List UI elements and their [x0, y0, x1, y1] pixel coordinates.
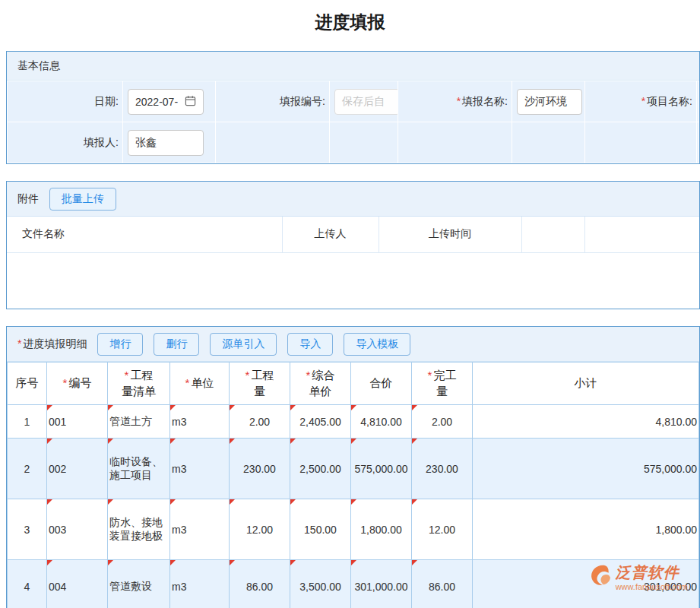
basic-info-panel: 基本信息 日期: 2022-07- 填报编号: 保存后自 [6, 51, 700, 164]
cell-completed[interactable]: 230.00 [412, 439, 473, 499]
cell-completed[interactable]: 86.00 [412, 560, 473, 608]
col-unit-price: *综合单价 [290, 363, 351, 405]
calendar-icon[interactable] [185, 95, 196, 109]
filler-value: 张鑫 [135, 136, 157, 150]
required-marker: * [185, 376, 190, 389]
attach-col-extra-2 [584, 217, 699, 252]
basic-info-form: 日期: 2022-07- 填报编号: 保存后自 *填报名称: [7, 81, 699, 163]
source-import-button[interactable]: 源单引入 [210, 333, 277, 356]
cell-unit[interactable]: m3 [170, 405, 230, 439]
filler-label: 填报人: [84, 136, 119, 148]
cell-seq: 4 [8, 560, 47, 608]
col-completed-label: 完工量 [433, 369, 456, 397]
attachments-title: 附件 [17, 192, 39, 206]
cell-subtotal: 4,810.00 [473, 405, 699, 439]
cell-completed[interactable]: 2.00 [412, 405, 473, 439]
cell-item[interactable]: 临时设备、施工项目 [108, 439, 170, 499]
required-marker: * [457, 95, 461, 107]
basic-info-section-header: 基本信息 [7, 52, 699, 81]
cell-subtotal: 575,000.00 [473, 439, 699, 499]
cell-seq: 3 [8, 499, 47, 560]
cell-completed[interactable]: 12.00 [412, 499, 473, 560]
cell-unit-price[interactable]: 3,500.00 [290, 560, 351, 608]
col-item: *工程量清单 [108, 363, 170, 405]
cell-seq: 2 [8, 439, 47, 499]
table-row: 1 001 管道土方 m3 2.00 2,405.00 4,810.00 2.0… [8, 405, 699, 439]
col-subtotal-label: 小计 [575, 376, 597, 389]
cell-quantity[interactable]: 86.00 [230, 560, 290, 608]
col-code-label: 编号 [68, 376, 91, 389]
filler-input[interactable]: 张鑫 [128, 130, 204, 156]
cell-seq: 1 [8, 405, 47, 439]
batch-upload-button[interactable]: 批量上传 [49, 188, 116, 211]
attach-col-uploader: 上传人 [282, 217, 379, 252]
report-no-label: 填报编号: [280, 95, 325, 107]
col-total-price-label: 合价 [370, 376, 393, 389]
col-unit-price-label: 综合单价 [309, 369, 335, 397]
required-marker: * [641, 95, 645, 107]
cell-total-price: 4,810.00 [351, 405, 412, 439]
date-value: 2022-07- [135, 96, 178, 108]
delete-row-button[interactable]: 删行 [154, 333, 199, 356]
cell-unit-price[interactable]: 2,405.00 [290, 405, 351, 439]
col-completed: *完工量 [412, 363, 473, 405]
col-seq-label: 序号 [16, 376, 39, 389]
col-quantity-label: 工程量 [251, 369, 274, 397]
report-name-value: 沙河环境 [524, 95, 567, 109]
col-quantity: *工程量 [230, 363, 290, 405]
cell-code[interactable]: 003 [47, 499, 108, 560]
cell-unit-price[interactable]: 150.00 [290, 499, 351, 560]
attach-col-file-name: 文件名称 [7, 217, 282, 252]
required-marker: * [17, 337, 21, 350]
table-row: 2 002 临时设备、施工项目 m3 230.00 2,500.00 575,0… [8, 439, 699, 499]
attachments-table: 文件名称 上传人 上传时间 [7, 217, 699, 309]
col-total-price: 合价 [351, 363, 412, 405]
cell-subtotal: 301,000.00 [473, 560, 699, 608]
report-name-label: 填报名称: [462, 95, 508, 107]
import-template-button[interactable]: 导入模板 [344, 333, 410, 356]
required-marker: * [125, 369, 129, 382]
cell-total-price: 301,000.00 [351, 560, 412, 608]
cell-unit[interactable]: m3 [170, 560, 230, 608]
col-unit-label: 单位 [191, 376, 214, 389]
cell-code[interactable]: 004 [47, 560, 108, 608]
cell-total-price: 575,000.00 [351, 439, 412, 499]
cell-quantity[interactable]: 230.00 [230, 439, 290, 499]
basic-info-title: 基本信息 [17, 59, 60, 73]
import-button[interactable]: 导入 [287, 333, 333, 356]
cell-quantity[interactable]: 12.00 [230, 499, 290, 560]
cell-quantity[interactable]: 2.00 [230, 405, 290, 439]
details-table: 序号 *编号 *工程量清单 *单位 *工程量 *综合单价 合价 *完工量 小计 … [7, 362, 699, 608]
date-label: 日期: [94, 95, 119, 107]
required-marker: * [306, 369, 311, 382]
cell-item[interactable]: 管道土方 [108, 405, 170, 439]
attachments-panel: 附件 批量上传 文件名称 上传人 上传时间 [6, 181, 700, 309]
cell-unit[interactable]: m3 [170, 499, 230, 560]
col-subtotal: 小计 [473, 363, 699, 405]
report-name-input[interactable]: 沙河环境 [517, 89, 582, 115]
cell-code[interactable]: 002 [47, 439, 108, 499]
attachments-empty-area [7, 252, 699, 309]
col-code: *编号 [47, 363, 108, 405]
cell-item[interactable]: 防水、接地装置接地极 [108, 499, 170, 560]
cell-total-price: 1,800.00 [351, 499, 412, 560]
cell-item[interactable]: 管道敷设 [108, 560, 170, 608]
cell-subtotal: 1,800.00 [473, 499, 699, 560]
project-name-cell [697, 81, 699, 122]
details-title-text: 进度填报明细 [23, 337, 87, 350]
cell-code[interactable]: 001 [47, 405, 108, 439]
col-unit: *单位 [170, 363, 230, 405]
cell-unit-price[interactable]: 2,500.00 [290, 439, 351, 499]
page-title: 进度填报 [0, 0, 700, 34]
attachments-section-header: 附件 批量上传 [7, 182, 699, 217]
add-row-button[interactable]: 增行 [97, 333, 143, 356]
required-marker: * [428, 369, 432, 382]
col-seq: 序号 [8, 363, 47, 405]
details-header-row: 序号 *编号 *工程量清单 *单位 *工程量 *综合单价 合价 *完工量 小计 [8, 363, 699, 405]
date-input[interactable]: 2022-07- [128, 89, 204, 115]
cell-unit[interactable]: m3 [170, 439, 230, 499]
report-no-input: 保存后自 [334, 89, 398, 115]
attach-col-upload-time: 上传时间 [379, 217, 521, 252]
required-marker: * [63, 376, 68, 389]
attach-col-extra-1 [521, 217, 584, 252]
